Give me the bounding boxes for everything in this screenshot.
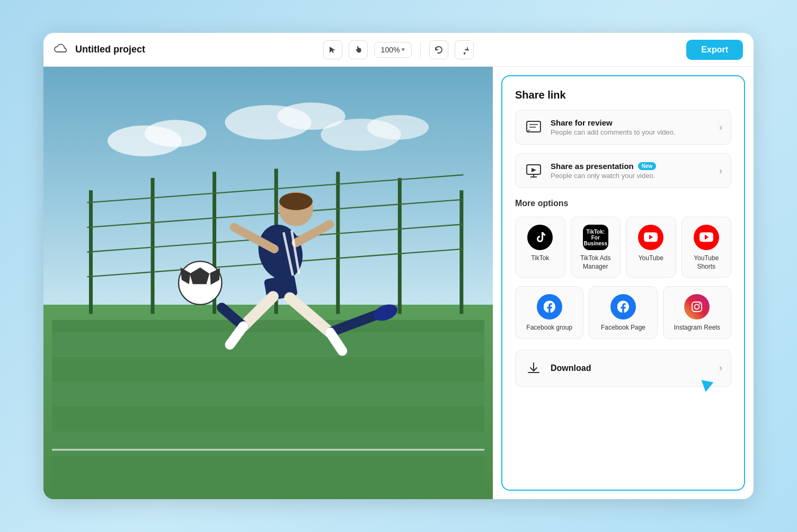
share-presentation-chevron-icon: › <box>719 165 722 176</box>
project-title: Untitled project <box>75 44 145 55</box>
facebook-page-icon <box>610 294 636 320</box>
share-presentation-text: Share as presentation New People can onl… <box>551 162 712 180</box>
svg-marker-48 <box>532 168 536 172</box>
toolbar-divider <box>420 42 421 57</box>
youtube-icon <box>638 225 663 250</box>
share-review-desc: People can add comments to your video. <box>551 128 712 136</box>
new-badge: New <box>638 162 657 170</box>
tiktok-ads-label: TikTok Ads Manager <box>574 254 617 271</box>
svg-marker-0 <box>330 47 335 53</box>
toolbar-center: 100% ▾ <box>323 40 474 59</box>
svg-rect-20 <box>52 382 484 407</box>
main-content: Share link Share for review People can a… <box>43 67 754 499</box>
share-as-presentation-card[interactable]: Share as presentation New People can onl… <box>515 153 731 188</box>
share-review-chevron-icon: › <box>719 122 722 133</box>
svg-point-23 <box>252 219 308 284</box>
zoom-value: 100% <box>381 46 400 54</box>
social-item-facebook-group[interactable]: Facebook group <box>515 286 583 339</box>
share-for-review-card[interactable]: Share for review People can add comments… <box>515 110 731 145</box>
social-item-tiktok-ads[interactable]: TikTok:ForBusiness TikTok Ads Manager <box>571 217 621 278</box>
redo-button[interactable] <box>455 40 474 59</box>
svg-point-25 <box>279 193 313 210</box>
share-presentation-icon <box>524 161 543 180</box>
share-review-name: Share for review <box>551 118 712 127</box>
download-card[interactable]: Download › <box>515 350 731 387</box>
share-presentation-desc: People can only watch your video. <box>551 172 712 180</box>
svg-point-52 <box>695 305 699 309</box>
app-window: Untitled project 100% ▾ <box>43 33 754 499</box>
svg-rect-13 <box>459 190 463 314</box>
share-panel: Share link Share for review People can a… <box>501 75 745 491</box>
export-button[interactable]: Export <box>686 40 743 60</box>
toolbar-left: Untitled project <box>54 42 323 57</box>
social-grid-row2: Facebook group Facebook Page <box>515 286 731 339</box>
share-review-icon <box>524 118 543 137</box>
svg-point-6 <box>367 115 429 140</box>
zoom-chevron-icon: ▾ <box>402 46 405 53</box>
share-panel-title: Share link <box>515 89 731 101</box>
download-label: Download <box>551 363 712 373</box>
toolbar: Untitled project 100% ▾ <box>43 33 754 67</box>
svg-rect-21 <box>52 431 484 456</box>
share-presentation-name: Share as presentation New <box>551 162 712 171</box>
instagram-reels-label: Instagram Reels <box>674 324 720 332</box>
zoom-control[interactable]: 100% ▾ <box>374 42 412 58</box>
facebook-group-icon <box>537 294 562 320</box>
tiktok-ads-icon: TikTok:ForBusiness <box>583 225 608 250</box>
hand-tool-button[interactable] <box>349 40 368 59</box>
social-item-facebook-page[interactable]: Facebook Page <box>589 286 657 339</box>
facebook-group-label: Facebook group <box>526 324 572 332</box>
facebook-page-label: Facebook Page <box>601 324 645 332</box>
undo-button[interactable] <box>429 40 448 59</box>
tiktok-label: TikTok <box>531 254 549 263</box>
instagram-icon <box>684 294 710 320</box>
download-icon <box>524 359 543 378</box>
social-item-tiktok[interactable]: TikTok <box>515 217 565 278</box>
svg-point-2 <box>145 120 207 147</box>
cursor-pointer <box>703 378 714 391</box>
tiktok-icon <box>527 225 553 250</box>
select-tool-button[interactable] <box>323 40 342 59</box>
more-options-title: More options <box>515 199 731 208</box>
youtube-label: YouTube <box>639 254 663 263</box>
download-chevron-icon: › <box>719 362 722 374</box>
svg-rect-19 <box>52 332 484 357</box>
canvas-area <box>43 67 493 499</box>
share-review-text: Share for review People can add comments… <box>551 118 712 136</box>
svg-line-33 <box>296 224 330 243</box>
soccer-player-illustration <box>43 67 493 499</box>
youtube-shorts-icon <box>694 225 719 250</box>
social-item-instagram-reels[interactable]: Instagram Reels <box>663 286 731 339</box>
toolbar-right: Export <box>474 40 743 60</box>
social-item-youtube[interactable]: YouTube <box>626 217 676 278</box>
svg-rect-12 <box>398 178 402 314</box>
svg-rect-11 <box>336 172 340 314</box>
svg-point-53 <box>699 303 701 304</box>
social-item-youtube-shorts[interactable]: YouTube Shorts <box>681 217 732 278</box>
social-grid-row1: TikTok TikTok:ForBusiness TikTok Ads Man… <box>515 217 731 278</box>
soccer-background <box>43 67 493 499</box>
youtube-shorts-label: YouTube Shorts <box>685 254 728 271</box>
cloud-icon <box>54 42 69 57</box>
